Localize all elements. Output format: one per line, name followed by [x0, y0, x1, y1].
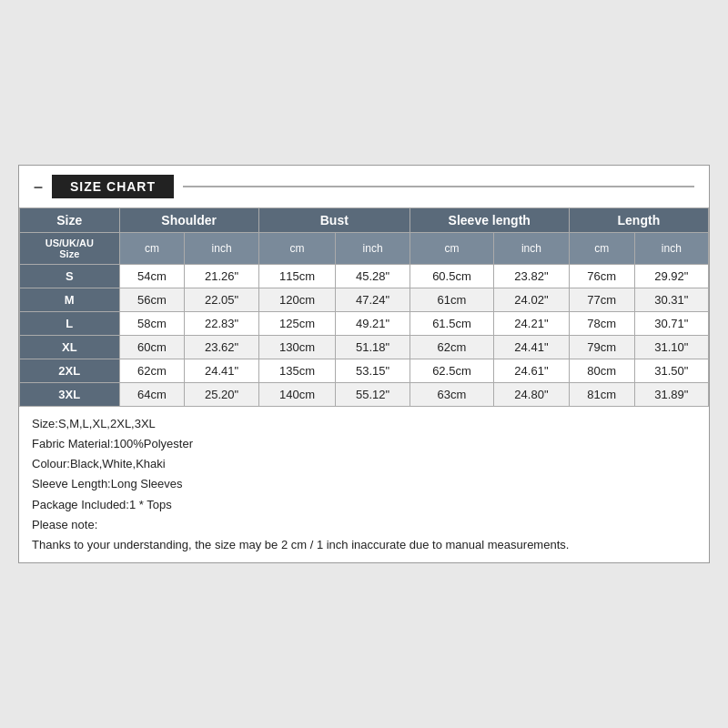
col-sleeve: Sleeve length: [410, 208, 569, 233]
size-chart-container: – SIZE CHART Size Shoulder Bust Sleeve l…: [18, 165, 710, 563]
table-row: S 54cm 21.26" 115cm 45.28" 60.5cm 23.82"…: [20, 265, 709, 288]
size-cell: L: [20, 312, 120, 336]
shoulder-cm-val: 62cm: [119, 359, 185, 383]
table-row: 2XL 62cm 24.41" 135cm 53.15" 62.5cm 24.6…: [20, 359, 709, 383]
length-in-val: 31.50": [634, 359, 708, 383]
sleeve-in-val: 24.21": [494, 312, 570, 336]
note-line: Thanks to your understanding, the size m…: [32, 535, 696, 555]
size-cell: XL: [20, 336, 120, 359]
bust-in-val: 47.24": [336, 288, 410, 312]
length-in-val: 30.31": [634, 288, 708, 312]
shoulder-in-val: 23.62": [185, 336, 258, 359]
shoulder-in-val: 22.83": [185, 312, 258, 336]
length-in-val: 29.92": [634, 265, 708, 288]
size-cell: M: [20, 288, 120, 312]
sleeve-cm: cm: [410, 233, 493, 265]
shoulder-cm-val: 58cm: [119, 312, 185, 336]
shoulder-cm-val: 64cm: [119, 383, 185, 407]
sleeve-cm-val: 62cm: [410, 336, 493, 359]
title-row: – SIZE CHART: [19, 166, 709, 207]
length-cm-val: 76cm: [569, 265, 634, 288]
bust-cm-val: 135cm: [258, 359, 336, 383]
sleeve-in-val: 24.41": [494, 336, 570, 359]
note-line: Colour:Black,White,Khaki: [32, 454, 696, 474]
size-cell: 2XL: [20, 359, 120, 383]
bust-inch: inch: [336, 233, 410, 265]
bust-in-val: 49.21": [336, 312, 410, 336]
table-row: L 58cm 22.83" 125cm 49.21" 61.5cm 24.21"…: [20, 312, 709, 336]
size-cell: 3XL: [20, 383, 120, 407]
length-cm-val: 79cm: [569, 336, 634, 359]
bust-cm-val: 120cm: [258, 288, 336, 312]
sleeve-cm-val: 62.5cm: [410, 359, 493, 383]
size-cell: S: [20, 265, 120, 288]
length-in-val: 31.10": [634, 336, 708, 359]
col-length: Length: [569, 208, 708, 233]
table-row: 3XL 64cm 25.20" 140cm 55.12" 63cm 24.80"…: [20, 383, 709, 407]
col-shoulder: Shoulder: [119, 208, 258, 233]
note-line: Package Included:1 * Tops: [32, 495, 696, 515]
title-banner: SIZE CHART: [52, 175, 174, 198]
note-line: Please note:: [32, 515, 696, 535]
length-cm-val: 77cm: [569, 288, 634, 312]
bust-cm-val: 125cm: [258, 312, 336, 336]
bust-cm-val: 130cm: [258, 336, 336, 359]
bust-in-val: 51.18": [336, 336, 410, 359]
length-cm: cm: [569, 233, 634, 265]
shoulder-cm: cm: [119, 233, 185, 265]
sleeve-inch: inch: [494, 233, 570, 265]
sleeve-in-val: 23.82": [494, 265, 570, 288]
sleeve-in-val: 24.61": [494, 359, 570, 383]
length-in-val: 30.71": [634, 312, 708, 336]
bust-in-val: 45.28": [336, 265, 410, 288]
sleeve-cm-val: 61cm: [410, 288, 493, 312]
shoulder-in-val: 21.26": [185, 265, 258, 288]
sleeve-cm-val: 63cm: [410, 383, 493, 407]
note-line: Sleeve Length:Long Sleeves: [32, 474, 696, 494]
sleeve-in-val: 24.02": [494, 288, 570, 312]
table-row: M 56cm 22.05" 120cm 47.24" 61cm 24.02" 7…: [20, 288, 709, 312]
length-cm-val: 78cm: [569, 312, 634, 336]
title-line: [183, 186, 694, 187]
sleeve-cm-val: 61.5cm: [410, 312, 493, 336]
table-row: XL 60cm 23.62" 130cm 51.18" 62cm 24.41" …: [20, 336, 709, 359]
bust-cm: cm: [258, 233, 336, 265]
shoulder-in-val: 25.20": [185, 383, 258, 407]
bust-in-val: 55.12": [336, 383, 410, 407]
bust-in-val: 53.15": [336, 359, 410, 383]
col-bust: Bust: [258, 208, 410, 233]
notes-section: Size:S,M,L,XL,2XL,3XLFabric Material:100…: [19, 407, 709, 562]
subheader-row: US/UK/AU Size cm inch cm inch cm inch cm…: [20, 233, 709, 265]
shoulder-in-val: 22.05": [185, 288, 258, 312]
note-line: Size:S,M,L,XL,2XL,3XL: [32, 414, 696, 434]
bust-cm-val: 115cm: [258, 265, 336, 288]
shoulder-inch: inch: [185, 233, 258, 265]
shoulder-cm-val: 60cm: [119, 336, 185, 359]
title-dash: –: [34, 177, 43, 197]
bust-cm-val: 140cm: [258, 383, 336, 407]
sleeve-in-val: 24.80": [494, 383, 570, 407]
length-inch: inch: [634, 233, 708, 265]
note-line: Fabric Material:100%Polyester: [32, 434, 696, 454]
length-cm-val: 80cm: [569, 359, 634, 383]
length-cm-val: 81cm: [569, 383, 634, 407]
shoulder-in-val: 24.41": [185, 359, 258, 383]
shoulder-cm-val: 56cm: [119, 288, 185, 312]
col-size: Size: [20, 208, 120, 233]
shoulder-cm-val: 54cm: [119, 265, 185, 288]
sleeve-cm-val: 60.5cm: [410, 265, 493, 288]
size-table: Size Shoulder Bust Sleeve length Length …: [19, 207, 709, 407]
length-in-val: 31.89": [634, 383, 708, 407]
size-label: US/UK/AU Size: [20, 233, 120, 265]
header-row: Size Shoulder Bust Sleeve length Length: [20, 208, 709, 233]
